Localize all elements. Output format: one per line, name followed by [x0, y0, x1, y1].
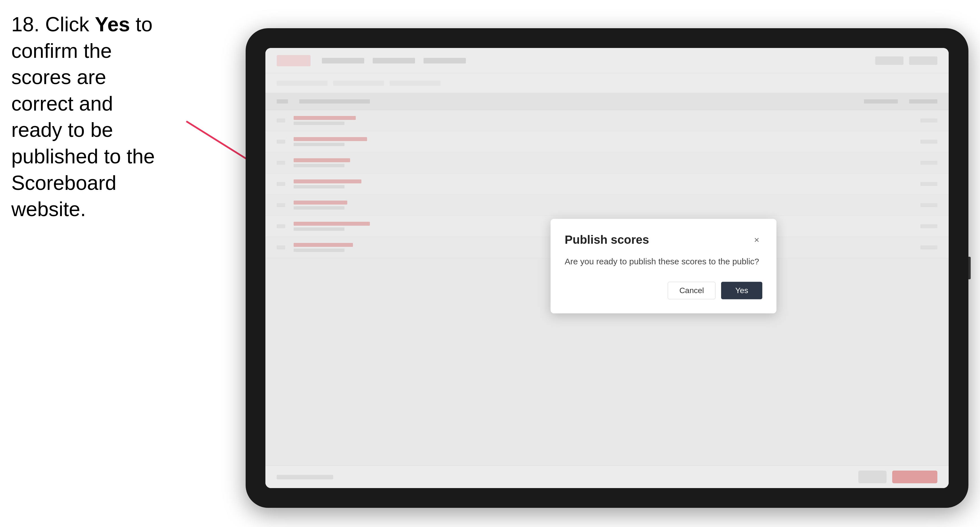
modal-footer: Cancel Yes — [565, 282, 762, 299]
tablet-screen: Publish scores × Are you ready to publis… — [266, 48, 949, 488]
instruction-suffix: to confirm the scores are correct and re… — [11, 13, 155, 220]
publish-scores-modal: Publish scores × Are you ready to publis… — [550, 219, 776, 313]
step-number: 18. — [11, 13, 40, 35]
modal-close-button[interactable]: × — [751, 234, 762, 246]
yes-button[interactable]: Yes — [721, 282, 762, 299]
tablet-side-button — [969, 257, 971, 279]
cancel-button[interactable]: Cancel — [668, 282, 716, 299]
yes-keyword: Yes — [95, 13, 130, 35]
instruction-text: 18. Click Yes to confirm the scores are … — [11, 11, 169, 222]
modal-title: Publish scores — [565, 233, 649, 246]
instruction-prefix: Click — [45, 13, 95, 35]
tablet-device: Publish scores × Are you ready to publis… — [246, 28, 969, 508]
modal-body: Are you ready to publish these scores to… — [565, 255, 762, 268]
modal-header: Publish scores × — [565, 233, 762, 246]
